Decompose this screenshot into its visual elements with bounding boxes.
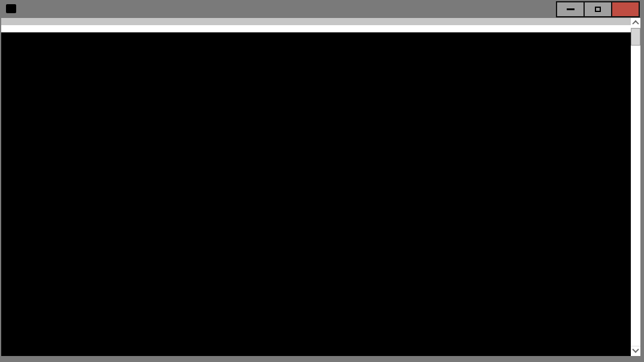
scroll-thumb[interactable]	[631, 28, 640, 46]
window-controls	[556, 1, 640, 17]
maximize-button[interactable]	[583, 1, 612, 17]
terminal-window	[0, 0, 644, 362]
scroll-up-button[interactable]	[631, 18, 640, 28]
scrollbar[interactable]	[631, 18, 640, 356]
minimize-button[interactable]	[556, 1, 585, 17]
console-icon	[6, 4, 16, 13]
terminal-content[interactable]	[1, 18, 631, 356]
chevron-down-icon	[632, 346, 639, 353]
statusline-bottom	[1, 25, 631, 32]
maximize-icon	[595, 7, 601, 12]
command-line	[1, 32, 631, 40]
chevron-up-icon	[632, 20, 639, 27]
minimize-icon	[567, 8, 575, 10]
statusline-top	[1, 18, 631, 25]
scroll-down-button[interactable]	[631, 346, 640, 356]
title-bar[interactable]	[0, 0, 644, 18]
close-button[interactable]	[611, 1, 640, 17]
